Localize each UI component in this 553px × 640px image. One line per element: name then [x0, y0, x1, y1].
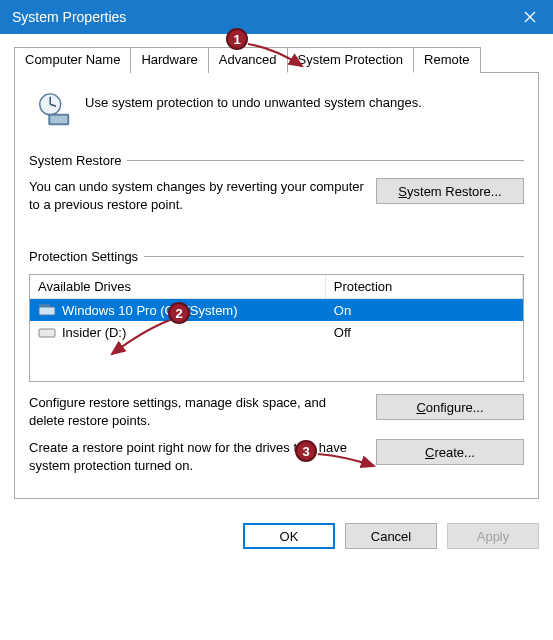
tab-system-protection[interactable]: System Protection [287, 47, 415, 73]
tab-panel-system-protection: Use system protection to undo unwanted s… [14, 73, 539, 499]
column-header-drives[interactable]: Available Drives [30, 275, 326, 299]
system-protection-icon [35, 91, 73, 129]
svg-rect-7 [39, 307, 55, 315]
dialog-buttons: OK Cancel Apply [0, 513, 553, 561]
svg-rect-6 [50, 116, 67, 124]
tab-hardware[interactable]: Hardware [130, 47, 208, 73]
tabs: Computer Name Hardware Advanced System P… [14, 46, 539, 499]
column-header-protection[interactable]: Protection [326, 275, 523, 299]
apply-button: Apply [447, 523, 539, 549]
drive-name: Insider (D:) [62, 325, 326, 340]
drive-icon [38, 303, 56, 317]
close-button[interactable] [507, 0, 553, 34]
divider [144, 256, 524, 257]
create-button[interactable]: Create... [376, 439, 524, 465]
drive-icon [38, 325, 56, 339]
window-title: System Properties [12, 9, 507, 25]
ok-button[interactable]: OK [243, 523, 335, 549]
system-restore-button[interactable]: System Restore... [376, 178, 524, 204]
drive-row[interactable]: Windows 10 Pro (C:) (System) On [30, 299, 523, 321]
annotation-3: 3 [295, 440, 317, 462]
svg-rect-9 [39, 329, 55, 337]
drives-list[interactable]: Available Drives Protection Windows 10 P… [29, 274, 524, 382]
divider [127, 160, 524, 161]
tab-computer-name[interactable]: Computer Name [14, 47, 131, 73]
drive-row[interactable]: Insider (D:) Off [30, 321, 523, 343]
tab-remote[interactable]: Remote [413, 47, 481, 73]
close-icon [524, 11, 536, 23]
drive-protection: Off [326, 325, 523, 340]
create-description: Create a restore point right now for the… [29, 439, 376, 474]
system-restore-description: You can undo system changes by reverting… [29, 178, 376, 213]
annotation-1: 1 [226, 28, 248, 50]
configure-description: Configure restore settings, manage disk … [29, 394, 376, 429]
annotation-2: 2 [168, 302, 190, 324]
group-title-protection-settings: Protection Settings [29, 249, 144, 264]
drive-protection: On [326, 303, 523, 318]
header-text: Use system protection to undo unwanted s… [85, 91, 422, 110]
group-title-system-restore: System Restore [29, 153, 127, 168]
configure-button[interactable]: Configure... [376, 394, 524, 420]
svg-rect-8 [39, 304, 50, 307]
tab-advanced[interactable]: Advanced [208, 47, 288, 73]
drive-name: Windows 10 Pro (C:) (System) [62, 303, 326, 318]
cancel-button[interactable]: Cancel [345, 523, 437, 549]
titlebar: System Properties [0, 0, 553, 34]
